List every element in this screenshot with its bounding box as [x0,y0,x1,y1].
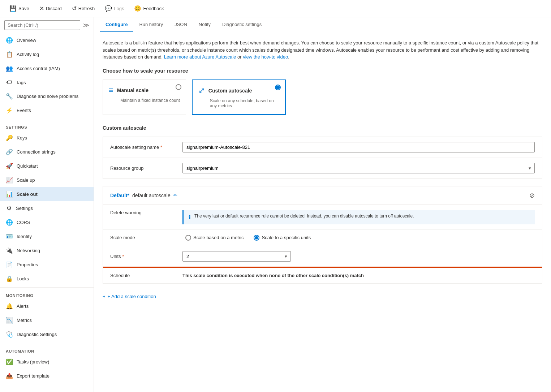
edit-condition-icon[interactable]: ✏ [173,193,177,198]
cors-icon: 🌐 [6,219,13,226]
sidebar-item-label: Tags [16,80,26,85]
autoscale-name-row: Autoscale setting name * [103,137,542,158]
search-input[interactable] [4,20,80,30]
default-name: default autoscale [132,193,171,198]
refresh-button[interactable]: ↺ Refresh [68,3,99,14]
tasks-icon: ✅ [6,358,13,365]
sidebar-divider-1 [0,119,94,119]
sidebar-item-export-template[interactable]: 📤 Export template [0,369,94,383]
logs-button[interactable]: 💬 Logs [101,3,128,14]
learn-more-link[interactable]: Learn more about Azure Autoscale [164,54,236,60]
sidebar-item-cors[interactable]: 🌐 CORS [0,215,94,229]
sidebar-item-activity-log[interactable]: 📋 Activity log [0,47,94,61]
sidebar-item-label: Quickstart [17,163,38,169]
page-content: Autoscale is a built-in feature that hel… [94,32,551,392]
howto-video-link[interactable]: view the how-to video [243,54,288,60]
custom-autoscale-radio[interactable] [275,85,281,90]
sidebar-item-label: Keys [17,135,27,141]
name-required-marker: * [160,145,162,150]
units-row: Units * 2 ▾ [103,246,542,268]
discard-button[interactable]: ✕ Discard [36,3,65,14]
sidebar-item-label: Networking [17,248,40,253]
sidebar-item-identity[interactable]: 🪪 Identity [0,229,94,244]
sidebar-item-access-control[interactable]: 👥 Access control (IAM) [0,61,94,76]
networking-icon: 🔌 [6,247,13,254]
sidebar-item-alerts[interactable]: 🔔 Alerts [0,299,94,313]
sidebar-item-tags[interactable]: 🏷 Tags [0,76,94,89]
scale-units-radio[interactable] [254,235,259,241]
tab-json[interactable]: JSON [169,17,193,32]
sidebar-item-label: Export template [17,373,49,379]
scale-metric-radio[interactable] [185,235,191,241]
save-button[interactable]: 💾 Save [6,3,33,14]
sidebar-item-label: Settings [16,206,33,211]
tab-configure[interactable]: Configure [100,17,133,32]
delete-condition-icon[interactable]: ⊘ [529,191,535,199]
sidebar-item-locks[interactable]: 🔒 Locks [0,272,94,286]
activity-log-icon: 📋 [6,51,13,58]
sidebar-item-networking[interactable]: 🔌 Networking [0,244,94,258]
default-label: Default* [110,193,129,198]
manual-scale-radio[interactable] [176,84,181,90]
collapse-button[interactable]: ≫ [83,22,89,29]
manual-scale-icon: ≡ [109,86,113,95]
sidebar-item-overview[interactable]: 🌐 Overview [0,33,94,47]
sidebar-item-diagnostic-settings[interactable]: 🩺 Diagnostic Settings [0,327,94,341]
manual-scale-header: ≡ Manual scale [109,86,180,95]
diagnostic-settings-icon: 🩺 [6,331,13,338]
units-select[interactable]: 2 [182,251,291,262]
sidebar-item-events[interactable]: ⚡ Events [0,103,94,117]
sidebar-item-settings[interactable]: ⚙ Settings [0,201,94,215]
scale-section-title: Choose how to scale your resource [103,68,542,74]
warning-info-icon: ℹ [189,214,191,221]
scale-metric-option[interactable]: Scale based on a metric [185,235,244,241]
custom-autoscale-title: Custom autoscale [208,88,252,94]
sidebar-search-container: ≫ [0,17,94,33]
toolbar: 💾 Save ✕ Discard ↺ Refresh 💬 Logs 😊 Feed… [0,0,551,17]
sidebar-item-metrics[interactable]: 📉 Metrics [0,313,94,327]
sidebar-item-scale-up[interactable]: 📈 Scale up [0,173,94,187]
scale-up-icon: 📈 [6,177,13,184]
add-condition-label: + Add a scale condition [108,294,156,299]
tab-run-history[interactable]: Run history [133,17,169,32]
description-text: Autoscale is a built-in feature that hel… [103,39,542,61]
sidebar-divider-2 [0,287,94,288]
scale-metric-label: Scale based on a metric [193,235,244,240]
locks-icon: 🔒 [6,275,13,282]
sidebar-divider-3 [0,343,94,343]
custom-autoscale-card[interactable]: ⤢ Custom autoscale Scale on any schedule… [192,79,286,115]
sidebar-item-keys[interactable]: 🔑 Keys [0,131,94,145]
identity-icon: 🪪 [6,233,13,240]
resource-group-select[interactable]: signalrpremium [182,163,535,173]
sidebar-item-scale-out[interactable]: 📊 Scale out [0,187,94,201]
delete-warning-content: ℹ The very last or default recurrence ru… [182,210,535,224]
manual-scale-title: Manual scale [117,87,148,93]
quickstart-icon: 🚀 [6,163,13,169]
sidebar-item-label: Overview [17,38,36,43]
tab-notify[interactable]: Notify [193,17,216,32]
add-scale-condition-button[interactable]: + + Add a scale condition [103,291,542,302]
access-control-icon: 👥 [6,65,13,72]
sidebar-item-connection-strings[interactable]: 🔗 Connection strings [0,145,94,159]
autoscale-name-label: Autoscale setting name * [110,145,182,150]
sidebar-item-tasks[interactable]: ✅ Tasks (preview) [0,355,94,369]
connection-strings-icon: 🔗 [6,148,13,155]
feedback-button[interactable]: 😊 Feedback [130,3,167,14]
add-condition-plus-icon: + [103,294,106,299]
autoscale-name-input[interactable] [182,142,535,152]
tab-diagnostic-settings[interactable]: Diagnostic settings [216,17,267,32]
sidebar-item-properties[interactable]: 📄 Properties [0,258,94,272]
sidebar-item-quickstart[interactable]: 🚀 Quickstart [0,159,94,173]
metrics-icon: 📉 [6,317,13,324]
sidebar-item-label: Identity [17,234,32,239]
sidebar-item-label: Activity log [17,52,39,57]
events-icon: ⚡ [6,107,13,114]
manual-scale-card[interactable]: ≡ Manual scale Maintain a fixed instance… [103,79,186,115]
units-required-marker: * [122,254,124,259]
scale-mode-label: Scale mode [110,235,182,240]
monitoring-section-title: Monitoring [0,289,94,299]
scale-units-option[interactable]: Scale to a specific units [254,235,311,241]
sidebar-item-label: Alerts [17,303,29,309]
sidebar-item-diagnose[interactable]: 🔧 Diagnose and solve problems [0,89,94,103]
sidebar-item-label: Scale up [17,177,35,183]
